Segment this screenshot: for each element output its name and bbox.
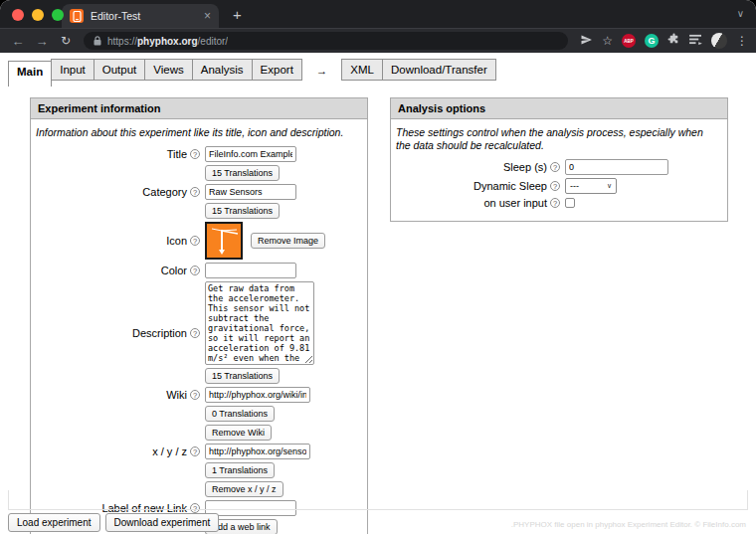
title-input[interactable] bbox=[205, 146, 296, 162]
icon-label: Icon? bbox=[36, 235, 200, 247]
sleep-help-icon[interactable]: ? bbox=[550, 162, 560, 172]
experiment-icon-image[interactable] bbox=[205, 222, 243, 260]
wiki-input[interactable] bbox=[205, 387, 310, 403]
extensions-puzzle-icon[interactable] bbox=[667, 33, 680, 49]
description-help-icon[interactable]: ? bbox=[190, 328, 200, 338]
sleep-label: Sleep (s)? bbox=[396, 161, 560, 173]
wiki-help-icon[interactable]: ? bbox=[190, 390, 200, 400]
analysis-options-body: These settings control when the analysis… bbox=[391, 119, 727, 221]
editor-tab-bar: Main Input Output Views Analysis Export … bbox=[0, 53, 756, 81]
send-icon[interactable] bbox=[580, 34, 593, 49]
experiment-information-panel: Experiment information Information about… bbox=[30, 97, 368, 534]
dynamic-sleep-help-icon[interactable]: ? bbox=[550, 181, 560, 191]
category-help-icon[interactable]: ? bbox=[190, 187, 200, 197]
description-label: Description? bbox=[36, 327, 200, 339]
on-user-input-checkbox[interactable] bbox=[565, 198, 575, 208]
on-user-input-label: on user input? bbox=[396, 197, 560, 209]
tab-search-chevron-icon[interactable]: ∨ bbox=[737, 8, 744, 19]
wiki-row: Wiki? 0 Translations Remove Wiki bbox=[36, 387, 360, 441]
panels: Experiment information Information about… bbox=[30, 97, 756, 534]
lock-icon[interactable] bbox=[94, 36, 101, 46]
reload-icon[interactable]: ↻ bbox=[56, 34, 76, 48]
wiki-label: Wiki? bbox=[36, 387, 200, 401]
select-caret-icon: ∨ bbox=[607, 182, 612, 190]
zoom-window-button[interactable] bbox=[52, 9, 64, 21]
browser-toolbar: ← → ↻ https://phyphox.org/editor/ ☆ ABP … bbox=[0, 28, 756, 53]
category-row: Category? 15 Translations bbox=[36, 184, 360, 219]
xyz-input[interactable] bbox=[205, 444, 310, 459]
category-input[interactable] bbox=[205, 184, 296, 200]
list-extension-icon[interactable] bbox=[689, 34, 702, 48]
load-experiment-button[interactable]: Load experiment bbox=[8, 513, 100, 532]
sleep-input[interactable] bbox=[565, 159, 668, 175]
analysis-options-intro: These settings control when the analysis… bbox=[396, 126, 720, 152]
on-user-input-help-icon[interactable]: ? bbox=[550, 198, 560, 208]
analysis-options-panel: Analysis options These settings control … bbox=[390, 97, 728, 222]
grammarly-extension-icon[interactable]: G bbox=[645, 34, 659, 48]
description-textarea[interactable]: Get raw data from the accelerometer. Thi… bbox=[205, 281, 314, 365]
minimize-window-button[interactable] bbox=[32, 9, 44, 21]
tab-close-icon[interactable]: × bbox=[204, 10, 211, 22]
title-row: Title? 15 Translations bbox=[36, 146, 360, 181]
tab-analysis[interactable]: Analysis bbox=[192, 59, 253, 81]
browser-titlebar: Editor-Test × + ∨ bbox=[0, 0, 756, 28]
description-row: Description? Get raw data from the accel… bbox=[36, 281, 360, 384]
url-text: https://phyphox.org/editor/ bbox=[107, 36, 228, 47]
title-help-icon[interactable]: ? bbox=[190, 149, 200, 159]
download-experiment-button[interactable]: Download experiment bbox=[105, 513, 220, 532]
close-window-button[interactable] bbox=[12, 9, 24, 21]
back-icon[interactable]: ← bbox=[8, 34, 28, 49]
browser-menu-icon[interactable]: ⋮ bbox=[736, 34, 748, 48]
xyz-row: x / y / z? 1 Translations Remove x / y /… bbox=[36, 444, 360, 497]
category-label: Category? bbox=[36, 184, 200, 198]
window-controls bbox=[12, 9, 64, 21]
remove-wiki-button[interactable]: Remove Wiki bbox=[205, 425, 272, 441]
adblock-extension-icon[interactable]: ABP bbox=[622, 34, 636, 48]
phyphox-favicon-icon bbox=[70, 9, 84, 23]
title-translations-button[interactable]: 15 Translations bbox=[205, 165, 280, 181]
experiment-information-intro: Information about this experiment like i… bbox=[36, 126, 360, 139]
editor-page: Main Input Output Views Analysis Export … bbox=[0, 53, 756, 534]
dynamic-sleep-row: Dynamic Sleep? --- ∨ bbox=[396, 178, 720, 194]
forward-icon[interactable]: → bbox=[32, 34, 52, 49]
footer-buttons: Load experiment Download experiment bbox=[8, 513, 219, 532]
tab-input[interactable]: Input bbox=[51, 59, 94, 81]
color-label: Color? bbox=[36, 263, 200, 276]
remove-image-button[interactable]: Remove Image bbox=[251, 233, 325, 249]
url-domain: phyphox.org bbox=[137, 36, 198, 47]
xyz-translations-button[interactable]: 1 Translations bbox=[205, 462, 275, 478]
tab-export[interactable]: Export bbox=[252, 59, 302, 81]
toolbar-right-icons: ☆ ABP G ⋮ bbox=[580, 33, 748, 49]
icon-help-icon[interactable]: ? bbox=[190, 236, 200, 246]
bookmark-star-icon[interactable]: ☆ bbox=[602, 34, 613, 48]
xyz-label: x / y / z? bbox=[36, 444, 200, 457]
experiment-information-body: Information about this experiment like i… bbox=[31, 119, 367, 534]
xyz-help-icon[interactable]: ? bbox=[190, 446, 200, 456]
on-user-input-row: on user input? bbox=[396, 197, 720, 209]
dynamic-sleep-select[interactable]: --- ∨ bbox=[565, 178, 617, 194]
analysis-options-header: Analysis options bbox=[391, 98, 727, 119]
new-tab-button[interactable]: + bbox=[233, 6, 242, 23]
title-label: Title? bbox=[36, 146, 200, 160]
experiment-information-header: Experiment information bbox=[31, 98, 367, 119]
tab-views[interactable]: Views bbox=[144, 59, 192, 81]
browser-tab[interactable]: Editor-Test × bbox=[62, 4, 219, 28]
fileinfo-watermark: .PHYPHOX file open in phyphox Experiment… bbox=[511, 520, 746, 529]
address-bar[interactable]: https://phyphox.org/editor/ bbox=[84, 32, 568, 50]
browser-window: Editor-Test × + ∨ ← → ↻ https://phyphox.… bbox=[0, 0, 756, 534]
category-translations-button[interactable]: 15 Translations bbox=[205, 203, 280, 219]
color-help-icon[interactable]: ? bbox=[190, 266, 200, 275]
wiki-translations-button[interactable]: 0 Translations bbox=[205, 406, 275, 422]
tab-main[interactable]: Main bbox=[8, 61, 52, 87]
description-translations-button[interactable]: 15 Translations bbox=[205, 368, 280, 384]
url-scheme: https:// bbox=[107, 36, 137, 47]
content-bottom-border bbox=[8, 490, 748, 510]
tab-output[interactable]: Output bbox=[94, 59, 146, 81]
tab-download-transfer[interactable]: Download/Transfer bbox=[382, 59, 496, 81]
color-input[interactable] bbox=[205, 263, 296, 278]
profile-avatar[interactable] bbox=[711, 33, 727, 49]
dynamic-sleep-value: --- bbox=[570, 181, 579, 191]
color-row: Color? bbox=[36, 263, 360, 278]
tab-xml[interactable]: XML bbox=[341, 59, 383, 81]
url-path: /editor/ bbox=[198, 36, 229, 47]
